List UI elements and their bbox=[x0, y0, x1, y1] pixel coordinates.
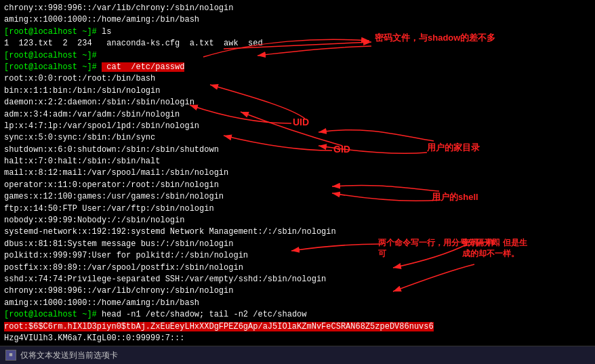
line-21: dbus:x:81:81:System message bus:/:/sbin/… bbox=[4, 239, 591, 250]
line-17: games:x:12:100:games:/usr/games:/sbin/no… bbox=[4, 191, 591, 203]
line-1: chrony:x:998:996::/var/lib/chrony:/sbin/… bbox=[4, 3, 591, 14]
terminal: chrony:x:998:996::/var/lib/chrony:/sbin/… bbox=[0, 0, 595, 346]
line-4: 1 123.txt 2 234 anaconda-ks.cfg a.txt aw… bbox=[4, 38, 591, 49]
line-30: chrony:::17609::::::: bbox=[4, 344, 591, 346]
line-27: [root@localhost ~]# head -n1 /etc/shadow… bbox=[4, 309, 591, 321]
line-22: polkitd:x:999:997:User for polkitd:/:/sb… bbox=[4, 250, 591, 262]
line-23: postfix:x:89:89::/var/spool/postfix:/sbi… bbox=[4, 262, 591, 274]
line-5: [root@localhost ~]# bbox=[4, 50, 591, 62]
line-13: shutdown:x:6:0:shutdown:/sbin:/sbin/shut… bbox=[4, 144, 591, 156]
line-11: lp:x:4:7:lp:/var/spool/lpd:/sbin/nologin bbox=[4, 121, 591, 132]
line-18: ftp:x:14:50:FTP User:/var/ftp:/sbin/nolo… bbox=[4, 203, 591, 215]
line-9: daemon:x:2:2:daemon:/sbin:/sbin/nologin bbox=[4, 97, 591, 108]
line-16: operator:x:11:0:operator:/root:/sbin/nol… bbox=[4, 180, 591, 191]
line-3: [root@localhost ~]# ls bbox=[4, 26, 591, 38]
line-10: adm:x:3:4:adm:/var/adm:/sbin/nologin bbox=[4, 109, 591, 121]
line-2: aming:x:1000:1000::/home/aming:/bin/bash bbox=[4, 14, 591, 26]
bottom-bar-icon: ■ bbox=[5, 350, 16, 361]
line-25: chrony:x:998:996::/var/lib/chrony:/sbin/… bbox=[4, 285, 591, 297]
line-29: Hzg4VIUlh3.KM6a7.KIgL00::0:99999:7::: bbox=[4, 333, 591, 344]
line-26: aming:x:1000:1000::/home/aming:/bin/bash bbox=[4, 298, 591, 309]
line-7: root:x:0:0:root:/root:/bin/bash bbox=[4, 73, 591, 85]
line-8: bin:x:1:1:bin:/bin:/sbin/nologin bbox=[4, 85, 591, 97]
line-19: nobody:x:99:99:Nobody:/:/sbin/nologin bbox=[4, 215, 591, 226]
line-20: systemd-network:x:192:192:systemd Networ… bbox=[4, 226, 591, 238]
line-28: root:$6$C6rm.hIXlD3piyn0$tbAj.ZxEuEeyLHx… bbox=[4, 321, 591, 333]
line-15: mail:x:8:12:mail:/var/spool/mail:/sbin/n… bbox=[4, 167, 591, 179]
line-12: sync:x:5:0:sync:/sbin:/bin/sync bbox=[4, 132, 591, 144]
line-6: [root@localhost ~]# cat /etc/passwd bbox=[4, 62, 591, 73]
line-24: sshd:x:74:74:Privilege-separated SSH:/va… bbox=[4, 274, 591, 285]
bottom-bar-text: 仅将文本发送到当前选项卡 bbox=[20, 350, 118, 361]
line-14: halt:x:7:0:halt:/sbin:/sbin/halt bbox=[4, 156, 591, 167]
bottom-bar: ■ 仅将文本发送到当前选项卡 bbox=[0, 346, 595, 364]
